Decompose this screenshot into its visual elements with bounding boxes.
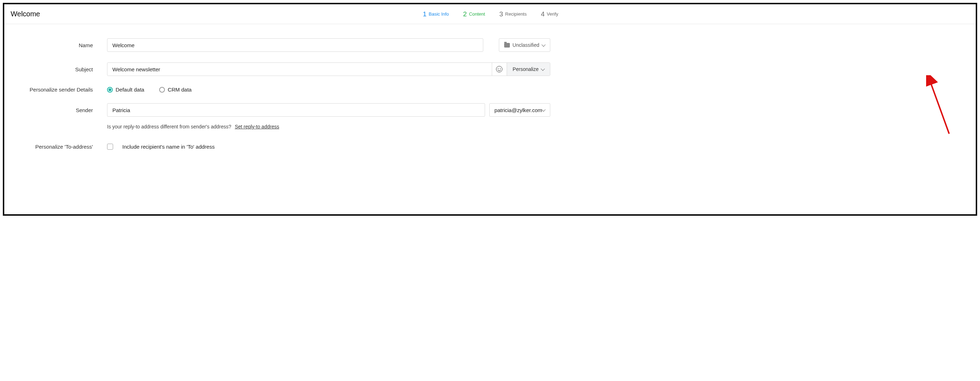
name-input[interactable] xyxy=(107,38,483,52)
subject-input[interactable] xyxy=(107,63,492,76)
emoji-button[interactable] xyxy=(492,63,507,76)
personalize-dropdown[interactable]: Personalize xyxy=(507,63,550,76)
reply-to-question: Is your reply-to address different from … xyxy=(107,124,231,129)
sender-name-input[interactable] xyxy=(107,103,485,117)
name-label: Name xyxy=(11,42,107,48)
to-address-label: Personalize 'To-address' xyxy=(11,143,107,150)
step-number: 3 xyxy=(499,10,503,18)
radio-icon xyxy=(159,87,165,92)
step-content[interactable]: 2 Content xyxy=(463,10,485,18)
step-label: Recipients xyxy=(505,11,527,17)
annotation-arrow-icon xyxy=(926,75,951,136)
step-label: Basic Info xyxy=(429,11,449,17)
step-recipients[interactable]: 3 Recipients xyxy=(499,10,527,18)
step-number: 1 xyxy=(423,10,426,18)
classification-label: Unclassified xyxy=(513,42,539,48)
step-basic-info[interactable]: 1 Basic Info xyxy=(423,10,449,18)
step-number: 4 xyxy=(541,10,545,18)
radio-crm-data[interactable]: CRM data xyxy=(159,86,192,92)
include-recipient-checkbox[interactable] xyxy=(107,143,113,150)
subject-label: Subject xyxy=(11,66,107,72)
classification-dropdown[interactable]: Unclassified xyxy=(499,38,550,52)
sender-label: Sender xyxy=(11,107,107,113)
sender-email-dropdown[interactable]: patricia@zylker.com xyxy=(489,103,550,117)
sender-email-value: patricia@zylker.com xyxy=(495,107,542,113)
chevron-down-icon xyxy=(541,107,545,112)
chevron-down-icon xyxy=(541,43,545,46)
smile-icon xyxy=(496,66,503,72)
wizard-steps: 1 Basic Info 2 Content 3 Recipients 4 Ve… xyxy=(423,10,558,18)
include-recipient-label: Include recipient's name in 'To' address xyxy=(123,143,215,150)
folder-icon xyxy=(504,43,510,48)
radio-label: CRM data xyxy=(168,86,192,92)
page-title: Welcome xyxy=(11,10,40,18)
step-label: Verify xyxy=(547,11,558,17)
personalize-label: Personalize xyxy=(513,66,539,72)
svg-line-0 xyxy=(929,78,949,134)
step-number: 2 xyxy=(463,10,467,18)
step-label: Content xyxy=(469,11,485,17)
radio-label: Default data xyxy=(116,86,144,92)
step-verify[interactable]: 4 Verify xyxy=(541,10,558,18)
set-reply-to-link[interactable]: Set reply-to address xyxy=(235,124,279,129)
chevron-down-icon xyxy=(541,67,545,70)
radio-default-data[interactable]: Default data xyxy=(107,86,144,92)
radio-icon xyxy=(107,87,113,92)
sender-details-label: Personalize sender Details xyxy=(11,86,107,92)
